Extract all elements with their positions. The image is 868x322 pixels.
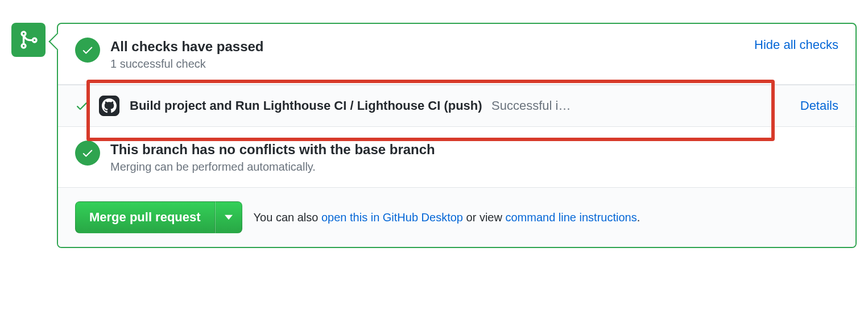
git-merge-icon xyxy=(18,30,39,50)
conflicts-status-circle xyxy=(75,141,100,166)
merge-options-dropdown[interactable] xyxy=(215,201,242,233)
merge-hint-middle: or view xyxy=(463,211,505,224)
merge-pull-request-button[interactable]: Merge pull request xyxy=(75,201,215,233)
merge-button-group: Merge pull request xyxy=(75,201,242,233)
check-item-status-icon xyxy=(75,99,89,113)
checks-status-circle xyxy=(75,38,100,63)
cli-instructions-link[interactable]: command line instructions xyxy=(505,211,636,224)
merge-hint-suffix: . xyxy=(637,211,640,224)
conflicts-title: This branch has no conflicts with the ba… xyxy=(110,141,838,158)
check-details-link[interactable]: Details xyxy=(800,98,838,113)
conflicts-subtitle: Merging can be performed automatically. xyxy=(110,160,838,174)
checks-subtitle: 1 successful check xyxy=(110,57,744,71)
merge-action-section: Merge pull request You can also open thi… xyxy=(58,188,855,247)
conflicts-section: This branch has no conflicts with the ba… xyxy=(58,127,855,188)
checks-summary-section: All checks have passed 1 successful chec… xyxy=(58,24,855,85)
check-actor-avatar xyxy=(99,96,119,116)
github-icon xyxy=(102,98,117,113)
check-icon xyxy=(81,147,94,159)
merge-hint-prefix: You can also xyxy=(254,211,321,224)
open-desktop-link[interactable]: open this in GitHub Desktop xyxy=(321,211,463,224)
check-icon xyxy=(81,44,94,56)
check-item-name: Build project and Run Lighthouse CI / Li… xyxy=(130,98,482,113)
check-icon xyxy=(75,99,89,113)
check-item-status-text: Successful i… xyxy=(491,98,571,113)
caret-down-icon xyxy=(225,214,233,220)
merge-hint-text: You can also open this in GitHub Desktop… xyxy=(254,211,640,224)
check-item-row: Build project and Run Lighthouse CI / Li… xyxy=(58,85,855,127)
toggle-checks-link[interactable]: Hide all checks xyxy=(754,38,838,52)
checks-title: All checks have passed xyxy=(110,38,744,55)
merge-status-badge xyxy=(11,23,46,57)
merge-panel: All checks have passed 1 successful chec… xyxy=(57,23,857,248)
